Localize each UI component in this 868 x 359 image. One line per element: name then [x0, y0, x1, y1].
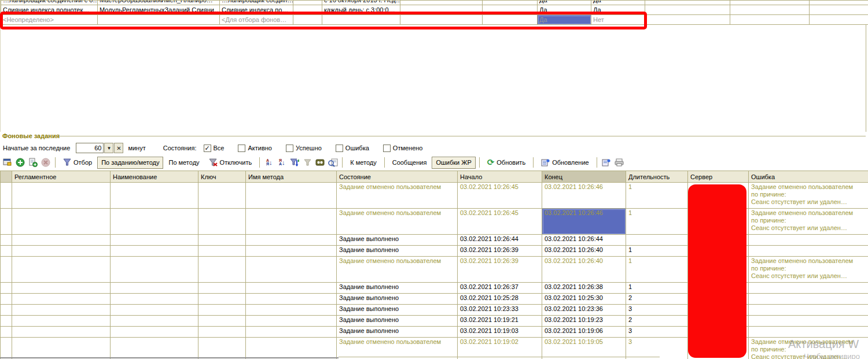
filter-settings-button[interactable]	[289, 157, 300, 168]
end-cell[interactable]: 03.02.2021 10:26:46	[542, 183, 626, 209]
open-form-button[interactable]	[2, 157, 13, 168]
auto-refresh-button[interactable]: Обновление	[537, 157, 593, 169]
scheduled-job-cell[interactable]	[645, 5, 730, 15]
method-cell[interactable]	[246, 327, 337, 338]
start-cell[interactable]: 03.02.2021 10:26:45	[458, 183, 542, 209]
state-checkbox-Активно[interactable]: Активно	[238, 145, 272, 152]
error-cell[interactable]	[749, 294, 868, 305]
scheduled-job-cell[interactable]: …ланировщик соедин…	[220, 1, 293, 5]
row-selector-cell[interactable]	[1, 305, 12, 316]
method-cell[interactable]	[246, 283, 337, 294]
method-cell[interactable]	[246, 183, 337, 209]
start-cell[interactable]: 03.02.2021 10:19:02	[458, 338, 542, 359]
row-selector-cell[interactable]	[1, 246, 12, 257]
end-cell[interactable]: 03.02.2021 10:25:30	[542, 294, 626, 305]
name-cell[interactable]	[111, 327, 198, 338]
state-cell[interactable]: Задание отменено пользователем	[337, 183, 458, 209]
duration-cell[interactable]: 1	[626, 257, 688, 283]
state-checkbox-Все[interactable]: ✓Все	[204, 145, 225, 152]
key-cell[interactable]	[198, 246, 246, 257]
column-header-Длительность[interactable]: Длительность	[626, 171, 688, 183]
end-cell[interactable]: 03.02.2021 10:26:40	[542, 257, 626, 283]
start-cell[interactable]: 03.02.2021 10:19:21	[458, 316, 542, 327]
scheduled-job-cell[interactable]	[810, 5, 868, 15]
state-checkbox-Успешно[interactable]: Успешно	[286, 145, 322, 152]
row-selector-cell[interactable]	[1, 257, 12, 283]
scheduled-job-cell[interactable]	[730, 5, 810, 15]
name-cell[interactable]	[111, 209, 198, 235]
column-header-row-selector[interactable]	[1, 171, 12, 183]
key-cell[interactable]	[198, 327, 246, 338]
row-selector-cell[interactable]	[1, 316, 12, 327]
name-cell[interactable]	[111, 183, 198, 209]
state-cell[interactable]: Задание отменено пользователем	[337, 257, 458, 283]
scheduled-cell[interactable]	[12, 246, 111, 257]
duration-cell[interactable]: 2	[626, 294, 688, 305]
method-cell[interactable]	[246, 209, 337, 235]
state-cell[interactable]: Задание выполнено	[337, 305, 458, 316]
key-cell[interactable]	[198, 316, 246, 327]
key-cell[interactable]	[198, 283, 246, 294]
messages-button[interactable]: Сообщения	[388, 157, 431, 169]
row-selector-cell[interactable]	[1, 327, 12, 338]
method-cell[interactable]	[246, 246, 337, 257]
start-cell[interactable]: 03.02.2021 10:26:45	[458, 209, 542, 235]
name-cell[interactable]	[111, 257, 198, 283]
scheduled-job-cell[interactable]: с 16 октября 2013 г. Нед…	[322, 1, 400, 5]
find-in-list-button[interactable]	[327, 157, 339, 168]
state-checkbox-Отменено[interactable]: Отменено	[383, 145, 423, 152]
end-cell[interactable]: 03.02.2021 10:26:44	[542, 235, 626, 246]
scheduled-cell[interactable]	[12, 305, 111, 316]
log-errors-button[interactable]: Ошибки ЖР	[432, 157, 475, 169]
error-cell[interactable]	[749, 327, 868, 338]
scheduled-cell[interactable]	[12, 183, 111, 209]
column-header-Наименование[interactable]: Наименование	[111, 171, 198, 183]
scheduled-cell[interactable]	[12, 294, 111, 305]
start-cell[interactable]: 03.02.2021 10:26:39	[458, 246, 542, 257]
error-cell[interactable]	[749, 305, 868, 316]
duration-cell[interactable]	[626, 235, 688, 246]
error-cell[interactable]	[749, 246, 868, 257]
duration-cell[interactable]: 3	[626, 327, 688, 338]
key-cell[interactable]	[198, 209, 246, 235]
row-selector-cell[interactable]	[1, 283, 12, 294]
name-cell[interactable]	[111, 305, 198, 316]
end-cell[interactable]: 03.02.2021 10:19:23	[542, 316, 626, 327]
method-cell[interactable]	[246, 235, 337, 246]
start-cell[interactable]: 03.02.2021 10:26:44	[458, 235, 542, 246]
row-selector-cell[interactable]	[1, 294, 12, 305]
end-cell[interactable]: 03.02.2021 10:23:36	[542, 305, 626, 316]
scheduled-job-cell[interactable]	[730, 15, 810, 25]
state-cell[interactable]: Задание выполнено	[337, 283, 458, 294]
scheduled-job-cell[interactable]	[483, 1, 538, 5]
name-cell[interactable]	[111, 316, 198, 327]
column-header-Имя метода[interactable]: Имя метода	[246, 171, 337, 183]
scheduled-job-cell[interactable]: Да	[538, 1, 591, 5]
column-header-Состояние[interactable]: Состояние	[337, 171, 458, 183]
to-method-button[interactable]: К методу	[346, 157, 381, 169]
name-cell[interactable]	[111, 235, 198, 246]
key-cell[interactable]	[198, 235, 246, 246]
add-button[interactable]	[14, 157, 26, 168]
sort-ascending-button[interactable]: АЯ ↓	[263, 157, 275, 168]
minutes-clear-button[interactable]: ✕	[114, 143, 123, 153]
duration-cell[interactable]: 1	[626, 209, 688, 235]
minutes-dropdown-button[interactable]: ▼	[104, 143, 113, 153]
row-selector-cell[interactable]	[1, 183, 12, 209]
scheduled-job-cell[interactable]: Да	[591, 1, 645, 5]
state-cell[interactable]: Задание выполнено	[337, 235, 458, 246]
scheduled-job-cell[interactable]	[400, 1, 483, 5]
scheduled-job-cell[interactable]	[810, 15, 868, 25]
scheduled-job-row[interactable]: …ланировщик соединений с о…МастерОбразов…	[1, 1, 868, 5]
row-selector-cell[interactable]	[1, 209, 12, 235]
disable-filter-button[interactable]: Отключить	[205, 157, 256, 169]
group-by-method-button[interactable]: По методу	[164, 157, 203, 169]
column-header-Конец[interactable]: Конец	[542, 171, 626, 183]
end-cell[interactable]: 03.02.2021 10:19:06	[542, 327, 626, 338]
scheduled-cell[interactable]	[12, 209, 111, 235]
sort-descending-button[interactable]: ЯА ↓	[276, 157, 288, 168]
end-cell[interactable]: 03.02.2021 10:26:46	[542, 209, 626, 235]
key-cell[interactable]	[198, 257, 246, 283]
duration-cell[interactable]: 2	[626, 316, 688, 327]
scheduled-job-cell[interactable]: МастерОбразованияИмен_Планиро…	[98, 1, 220, 5]
